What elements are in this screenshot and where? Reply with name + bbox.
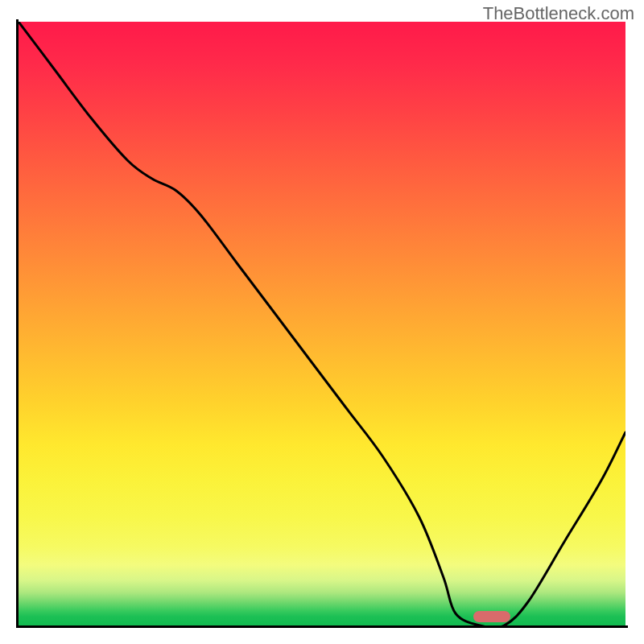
chart-container: TheBottleneck.com <box>0 0 644 644</box>
plot-gradient-background <box>19 22 625 625</box>
x-axis <box>16 625 628 628</box>
optimum-marker <box>473 611 510 622</box>
y-axis <box>16 19 19 628</box>
watermark-text: TheBottleneck.com <box>483 3 634 24</box>
